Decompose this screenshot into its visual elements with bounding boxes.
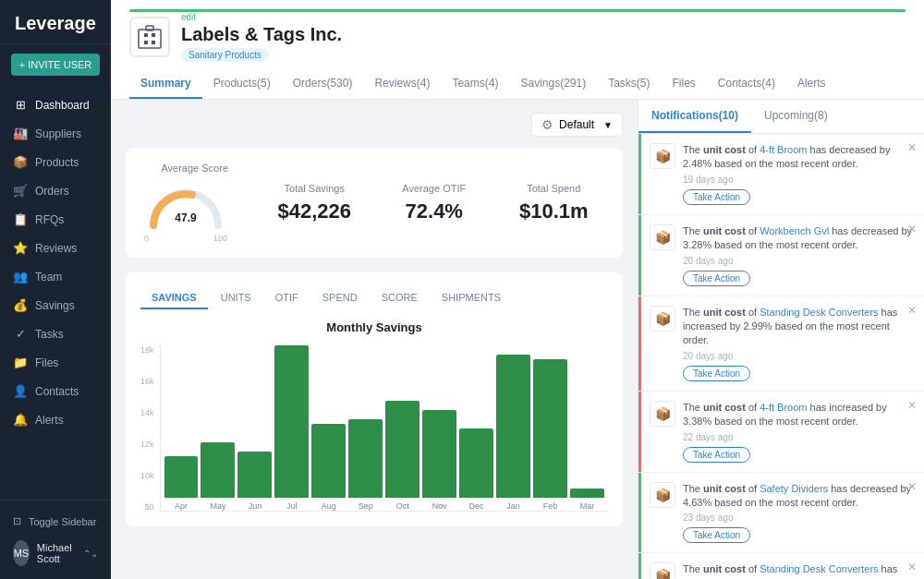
notif-color-bar bbox=[638, 215, 641, 296]
tab-upcoming[interactable]: Upcoming(8) bbox=[751, 100, 841, 133]
notif-link[interactable]: Standing Desk Converters bbox=[760, 307, 878, 318]
notif-product-icon: 📦 bbox=[650, 562, 675, 579]
bar-label: Sep bbox=[359, 501, 373, 511]
notif-color-bar bbox=[638, 553, 641, 579]
notif-text: The unit cost of Safety Dividers has dec… bbox=[683, 482, 913, 511]
average-score-label: Average Score bbox=[144, 163, 246, 174]
sidebar-item-label: Tasks bbox=[35, 328, 64, 341]
bar-mar: Mar bbox=[570, 489, 604, 511]
gauge-svg: 47.9 bbox=[144, 179, 227, 230]
notif-link[interactable]: Standing Desk Converters bbox=[760, 563, 878, 574]
tab-notifications[interactable]: Notifications(10) bbox=[638, 100, 751, 133]
user-profile[interactable]: MS Michael Scott ⌃⌄ bbox=[13, 533, 98, 570]
tab-products[interactable]: Products(5) bbox=[202, 69, 282, 99]
close-icon[interactable]: ✕ bbox=[907, 304, 917, 317]
tab-reviews[interactable]: Reviews(4) bbox=[363, 69, 441, 99]
tab-summary[interactable]: Summary bbox=[129, 69, 202, 99]
take-action-button[interactable]: Take Action bbox=[683, 271, 750, 286]
tab-savings[interactable]: Savings(291) bbox=[509, 69, 597, 99]
bar-label: Jan bbox=[506, 501, 520, 511]
bar-jan: Jan bbox=[496, 355, 530, 511]
sidebar-item-label: Team bbox=[35, 271, 62, 283]
notif-text: The unit cost of Standing Desk Converter… bbox=[683, 306, 913, 348]
tab-contacts[interactable]: Contacts(4) bbox=[707, 69, 786, 99]
sidebar-item-tasks[interactable]: ✓ Tasks bbox=[0, 320, 111, 348]
notif-color-bar bbox=[638, 134, 641, 214]
take-action-button[interactable]: Take Action bbox=[683, 189, 750, 205]
toggle-sidebar-button[interactable]: ⊡ Toggle Sidebar bbox=[13, 510, 98, 533]
main-content: edit Labels & Tags Inc. Sanitary Product… bbox=[111, 0, 924, 579]
chart-tab-score[interactable]: SCORE bbox=[371, 287, 429, 309]
take-action-button[interactable]: Take Action bbox=[683, 447, 750, 463]
sidebar-item-label: RFQs bbox=[35, 213, 64, 226]
tab-tasks[interactable]: Tasks(5) bbox=[597, 69, 661, 99]
y-label-18k: 18k bbox=[140, 345, 154, 355]
sidebar-item-savings[interactable]: 💰 Savings bbox=[0, 291, 111, 320]
close-icon[interactable]: ✕ bbox=[907, 480, 917, 493]
notif-link[interactable]: 4-ft Broom bbox=[760, 402, 807, 413]
close-icon[interactable]: ✕ bbox=[907, 223, 917, 235]
chart-tab-otif[interactable]: OTIF bbox=[264, 287, 310, 309]
bar-value bbox=[570, 489, 604, 498]
close-icon[interactable]: ✕ bbox=[907, 561, 917, 573]
sidebar-item-alerts[interactable]: 🔔 Alerts bbox=[0, 405, 111, 434]
chart-title: Monthly Savings bbox=[140, 320, 608, 334]
sidebar-item-products[interactable]: 📦 Products bbox=[0, 148, 111, 176]
chart-tab-spend[interactable]: SPEND bbox=[311, 287, 369, 309]
notif-link[interactable]: 4-ft Broom bbox=[760, 144, 807, 155]
chart-tab-units[interactable]: UNITS bbox=[210, 287, 262, 309]
invite-user-button[interactable]: + INVITE USER bbox=[11, 54, 100, 76]
take-action-button[interactable]: Take Action bbox=[683, 366, 750, 381]
notification-header: Notifications(10) Upcoming(8) bbox=[638, 100, 924, 134]
take-action-button[interactable]: Take Action bbox=[683, 527, 750, 543]
sidebar: Leverage + INVITE USER ⊞ Dashboard 🏭 Sup… bbox=[0, 0, 111, 579]
bar-value bbox=[533, 359, 567, 498]
notif-product-icon: 📦 bbox=[650, 401, 675, 427]
total-spend-value: $10.1m bbox=[504, 199, 605, 223]
notif-content: The unit cost of Workbench Gvl has decre… bbox=[683, 224, 913, 286]
notif-link[interactable]: Workbench Gvl bbox=[760, 225, 829, 236]
metric-total-savings: Total Savings $42,226 bbox=[264, 183, 366, 223]
team-icon: 👥 bbox=[13, 270, 28, 283]
notif-item-4: 📦 The unit cost of 4-ft Broom has increa… bbox=[638, 392, 924, 473]
close-icon[interactable]: ✕ bbox=[907, 141, 917, 154]
gauge-min: 0 bbox=[144, 234, 149, 243]
avatar: MS bbox=[13, 540, 30, 566]
sidebar-item-orders[interactable]: 🛒 Orders bbox=[0, 176, 111, 205]
reviews-icon: ⭐ bbox=[13, 241, 28, 255]
tab-files[interactable]: Files bbox=[662, 69, 707, 99]
total-savings-value: $42,226 bbox=[264, 199, 366, 223]
notif-text: The unit cost of Workbench Gvl has decre… bbox=[683, 224, 913, 253]
y-label-0: $0 bbox=[145, 502, 154, 512]
sidebar-item-reviews[interactable]: ⭐ Reviews bbox=[0, 234, 111, 262]
bar-label: Apr bbox=[175, 501, 188, 511]
notif-item-1: 📦 The unit cost of 4-ft Broom has decrea… bbox=[638, 134, 924, 215]
svg-rect-4 bbox=[152, 41, 155, 44]
bar-label: Aug bbox=[322, 501, 336, 511]
filter-label: Default bbox=[559, 118, 594, 131]
default-filter[interactable]: ⚙ Default ▼ bbox=[531, 113, 623, 137]
tab-orders[interactable]: Orders(530) bbox=[282, 69, 364, 99]
sidebar-item-dashboard[interactable]: ⊞ Dashboard bbox=[0, 90, 111, 119]
sidebar-item-suppliers[interactable]: 🏭 Suppliers bbox=[0, 119, 111, 148]
tab-alerts[interactable]: Alerts bbox=[786, 69, 837, 99]
notif-link[interactable]: Safety Dividers bbox=[760, 483, 828, 494]
edit-label[interactable]: edit bbox=[181, 12, 906, 22]
tab-teams[interactable]: Teams(4) bbox=[441, 69, 509, 99]
close-icon[interactable]: ✕ bbox=[907, 399, 917, 412]
sidebar-item-rfqs[interactable]: 📋 RFQs bbox=[0, 205, 111, 234]
chart-tab-savings[interactable]: SAVINGS bbox=[140, 287, 208, 309]
bar-jun: Jun bbox=[237, 452, 272, 511]
sidebar-item-label: Dashboard bbox=[35, 99, 90, 112]
sidebar-item-contacts[interactable]: 👤 Contacts bbox=[0, 377, 111, 405]
sidebar-item-team[interactable]: 👥 Team bbox=[0, 262, 111, 291]
sidebar-item-label: Reviews bbox=[35, 242, 77, 255]
toggle-sidebar-label: Toggle Sidebar bbox=[29, 516, 96, 527]
sidebar-item-files[interactable]: 📁 Files bbox=[0, 348, 111, 377]
content-area: ⚙ Default ▼ Average Score bbox=[111, 100, 924, 579]
app-logo: Leverage bbox=[0, 0, 111, 44]
chart-tab-shipments[interactable]: SHIPMENTS bbox=[431, 287, 512, 309]
y-label-10k: 10k bbox=[140, 471, 154, 480]
bar-label: Oct bbox=[396, 501, 409, 511]
alerts-icon: 🔔 bbox=[13, 413, 28, 427]
